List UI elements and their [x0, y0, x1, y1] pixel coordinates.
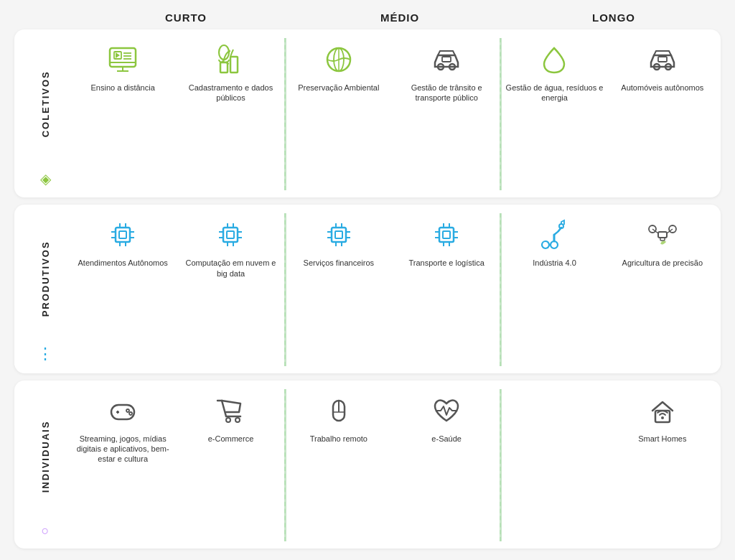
- individuais-label: INDIVIDUAIS: [40, 392, 51, 521]
- item-agricultura: Agricultura de precisão: [610, 213, 715, 365]
- chip-transport-icon: [428, 216, 465, 253]
- header-empty: [22, 11, 79, 24]
- svg-rect-34: [223, 228, 238, 242]
- car-traffic-icon: [428, 41, 465, 78]
- chip-finance-icon: [320, 216, 357, 253]
- data-register-icon: [212, 41, 249, 78]
- mouse-icon: [320, 392, 357, 429]
- svg-rect-10: [230, 57, 238, 73]
- robot-arm-icon: [535, 216, 573, 253]
- header-medio: MÉDIO: [293, 11, 507, 24]
- coletivos-content: Ensino a distância Cadastra: [70, 38, 715, 190]
- svg-rect-67: [658, 232, 667, 238]
- globe-leaf-icon: [320, 41, 357, 78]
- monitor-graduation-icon: [104, 41, 141, 78]
- section-individuais: INDIVIDUAIS ○ Streaming, jogos, mídias d…: [14, 381, 721, 549]
- coletivos-label: COLETIVOS: [40, 41, 51, 167]
- svg-rect-44: [332, 228, 346, 242]
- svg-rect-25: [119, 231, 126, 238]
- automoveis-label: Automóveis autônomos: [621, 83, 703, 93]
- ensino-label: Ensino a distância: [91, 83, 155, 93]
- servicos-label: Serviços financeiros: [304, 258, 374, 268]
- transito-label: Gestão de trânsito e transporte público: [397, 83, 496, 103]
- item-transito: Gestão de trânsito e transporte público: [394, 38, 499, 190]
- item-streaming: Streaming, jogos, mídias digitais e apli…: [70, 389, 175, 541]
- preservacao-label: Preservação Ambiental: [298, 83, 379, 93]
- gamepad-icon: [104, 392, 141, 429]
- individuais-label-wrap: INDIVIDUAIS ○: [20, 389, 70, 541]
- svg-point-77: [129, 412, 132, 415]
- water-drop-icon: [535, 41, 573, 78]
- svg-point-78: [226, 418, 230, 422]
- chip-robot-icon: [104, 216, 141, 253]
- svg-point-84: [661, 416, 664, 419]
- item-agua: Gestão de água, resíduos e energia: [502, 38, 607, 190]
- svg-point-76: [126, 409, 129, 412]
- chip-cloud-icon: [212, 216, 249, 253]
- item-cadastramento: Cadastramento e dados públicos: [178, 38, 283, 190]
- cadastramento-label: Cadastramento e dados públicos: [181, 83, 280, 103]
- item-servicos: Serviços financeiros: [286, 213, 391, 365]
- item-computacao: Computação em nuvem e big data: [178, 213, 283, 365]
- svg-rect-19: [442, 57, 451, 62]
- svg-rect-45: [335, 231, 342, 238]
- item-atendimentos: Atendimentos Autônomos: [70, 213, 175, 365]
- transporte-log-label: Transporte e logística: [408, 258, 484, 268]
- item-industria: Indústria 4.0: [502, 213, 607, 365]
- svg-rect-24: [116, 228, 130, 242]
- item-smarthomes: Smart Homes: [610, 389, 715, 541]
- computacao-label: Computação em nuvem e big data: [181, 258, 280, 279]
- svg-point-65: [559, 224, 563, 228]
- svg-rect-9: [220, 62, 228, 73]
- item-ensino: Ensino a distância: [70, 38, 175, 190]
- produtivos-icon: ⋮: [37, 345, 53, 363]
- individuais-content: Streaming, jogos, mídias digitais e apli…: [70, 389, 715, 541]
- main-grid: COLETIVOS ◈: [14, 29, 721, 549]
- autonomous-car-icon: [644, 41, 681, 78]
- drone-agri-icon: [644, 216, 681, 253]
- svg-rect-55: [443, 231, 450, 238]
- svg-rect-72: [660, 238, 665, 241]
- item-transporte-log: Transporte e logística: [394, 213, 499, 365]
- smart-home-icon: [644, 392, 681, 429]
- svg-rect-23: [658, 57, 667, 62]
- svg-rect-35: [227, 231, 234, 238]
- streaming-label: Streaming, jogos, mídias digitais e apli…: [73, 434, 172, 465]
- item-esaude: e-Saúde: [394, 389, 499, 541]
- header-curto: CURTO: [79, 11, 293, 24]
- header-longo: LONGO: [507, 11, 721, 24]
- ecommerce-label: e-Commerce: [208, 434, 254, 444]
- svg-marker-8: [116, 52, 120, 58]
- item-ecommerce: e-Commerce: [178, 389, 283, 541]
- produtivos-content: Atendimentos Autônomos: [70, 213, 715, 365]
- cart-icon: [212, 392, 249, 429]
- item-preservacao: Preservação Ambiental: [286, 38, 391, 190]
- produtivos-label-wrap: PRODUTIVOS ⋮: [20, 213, 70, 365]
- smarthomes-label: Smart Homes: [638, 434, 686, 444]
- atendimentos-label: Atendimentos Autônomos: [78, 258, 167, 268]
- agua-label: Gestão de água, resíduos e energia: [505, 83, 604, 103]
- header: CURTO MÉDIO LONGO: [14, 11, 721, 24]
- section-produtivos: PRODUTIVOS ⋮: [14, 205, 721, 373]
- item-automoveis: Automóveis autônomos: [610, 38, 715, 190]
- coletivos-label-wrap: COLETIVOS ◈: [20, 38, 70, 190]
- coletivos-icon: ◈: [40, 170, 51, 187]
- heart-pulse-icon: [428, 392, 465, 429]
- produtivos-label: PRODUTIVOS: [40, 216, 51, 341]
- section-coletivos: COLETIVOS ◈: [14, 29, 721, 197]
- svg-rect-54: [439, 228, 454, 242]
- individuais-icon: ○: [42, 523, 50, 538]
- svg-point-66: [542, 241, 549, 248]
- industria-label: Indústria 4.0: [533, 258, 576, 268]
- esaude-label: e-Saúde: [431, 434, 462, 444]
- item-trabalho: Trabalho remoto: [286, 389, 391, 541]
- agricultura-label: Agricultura de precisão: [622, 258, 703, 268]
- item-empty: [502, 389, 607, 541]
- trabalho-label: Trabalho remoto: [310, 434, 368, 444]
- svg-point-79: [235, 418, 240, 422]
